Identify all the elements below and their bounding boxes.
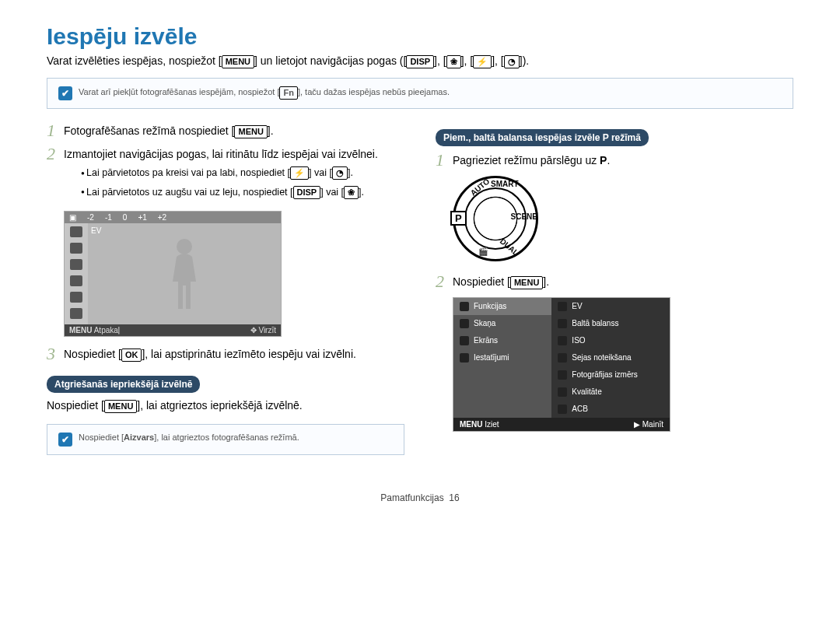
back-heading-badge: Atgriešanās iepriekšējā izvēlnē xyxy=(47,376,200,393)
ev-preview-panel: ▣ -2 -1 0 +1 +2 xyxy=(64,211,282,337)
right-column: Piem., baltā balansa iespējas izvēle P r… xyxy=(436,123,793,469)
mode-dial-icon: P AUTO SMART SCENE DUAL 🎬 xyxy=(453,176,538,261)
menu-item: Iestatījumi xyxy=(453,349,551,366)
step-number: 3 xyxy=(47,346,64,362)
page-title: Iespēju izvēle xyxy=(47,23,793,50)
ok-key-icon: OK xyxy=(121,349,142,362)
menu-item: Sejas noteikšana xyxy=(551,349,670,366)
sidebar-icon xyxy=(70,243,82,254)
sound-icon xyxy=(460,319,469,328)
camera-icon xyxy=(460,302,469,311)
flash-icon: ⚡ xyxy=(290,166,309,180)
info-icon: ✔ xyxy=(58,86,72,100)
note-fn: ✔ Varat arī piekļūt fotografēšanas iespē… xyxy=(47,78,793,109)
timer-icon: ◔ xyxy=(332,166,348,180)
disp-key-icon: DISP xyxy=(293,186,321,199)
menu-preview-panel: Funkcijas Skaņa Ekrāns Iestatījumi EV Ba… xyxy=(453,297,670,432)
sidebar-icon xyxy=(70,292,82,303)
step-number: 1 xyxy=(436,152,453,168)
note-shutter: ✔ Nospiediet [Aizvars], lai atgrieztos f… xyxy=(47,424,404,455)
intro-text: Varat izvēlēties iespējas, nospiežot [ME… xyxy=(47,54,793,68)
sidebar-icon xyxy=(70,308,82,319)
disp-key-icon: DISP xyxy=(406,55,434,68)
menu-key-icon: MENU xyxy=(510,276,543,289)
menu-item: EV xyxy=(551,298,670,315)
person-silhouette-icon xyxy=(161,235,208,313)
menu-key-icon: MENU xyxy=(222,55,254,68)
flower-icon: ❀ xyxy=(344,186,359,199)
example-heading-badge: Piem., baltā balansa iespējas izvēle P r… xyxy=(436,129,649,146)
menu-item: ACB xyxy=(551,401,670,418)
step-number: 2 xyxy=(47,146,64,203)
menu-key-icon: MENU xyxy=(234,125,267,138)
menu-item: ISO xyxy=(551,332,670,349)
svg-point-0 xyxy=(177,239,192,254)
step-number: 2 xyxy=(436,274,453,289)
menu-item: Ekrāns xyxy=(453,332,551,349)
menu-item: Baltā balanss xyxy=(551,315,670,332)
menu-item: Fotogrāfijas izmērs xyxy=(551,366,670,384)
menu-item: Funkcijas xyxy=(453,298,551,315)
menu-key-icon: MENU xyxy=(104,400,137,413)
ev-label: EV xyxy=(91,226,101,235)
step-number: 1 xyxy=(47,123,64,138)
ev-icon: ▣ xyxy=(69,213,76,222)
flash-icon: ⚡ xyxy=(473,55,492,68)
settings-icon xyxy=(460,353,469,363)
page-footer: Pamatfunkcijas 16 xyxy=(47,492,793,503)
sidebar-icon xyxy=(70,226,82,237)
fn-key-icon: Fn xyxy=(279,86,297,100)
sidebar-icon xyxy=(70,259,82,270)
timer-icon: ◔ xyxy=(504,55,520,68)
menu-item: Kvalitāte xyxy=(551,384,670,401)
sidebar-icon xyxy=(70,275,82,286)
flower-icon: ❀ xyxy=(446,55,461,68)
left-column: 1 Fotografēšanas režīmā nospiediet [MENU… xyxy=(47,123,404,469)
display-icon xyxy=(460,336,469,345)
menu-item: Skaņa xyxy=(453,315,551,332)
info-icon: ✔ xyxy=(58,433,72,447)
